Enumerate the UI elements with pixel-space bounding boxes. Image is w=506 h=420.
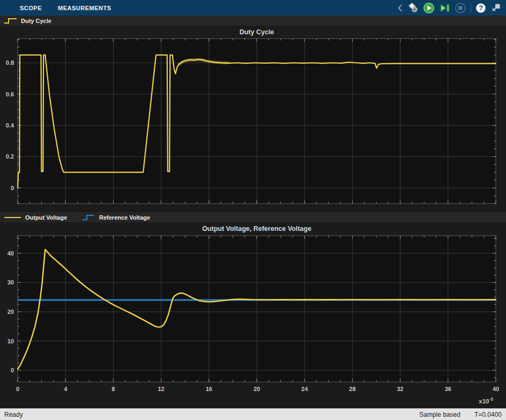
duty-cycle-chart[interactable]: 00.20.40.60.8 xyxy=(0,26,506,212)
svg-text:12: 12 xyxy=(158,386,164,392)
svg-text:0: 0 xyxy=(16,386,19,392)
svg-text:0.6: 0.6 xyxy=(6,91,14,98)
tab-scope[interactable]: SCOPE xyxy=(12,0,50,16)
svg-text:0: 0 xyxy=(11,185,14,191)
svg-text:24: 24 xyxy=(301,386,308,392)
svg-text:36: 36 xyxy=(445,386,451,392)
scope-window: SCOPE MEASUREMENTS xyxy=(0,0,506,420)
sample-mode-text: Sample based xyxy=(419,411,460,418)
legend-item-reference-voltage[interactable]: Reference Voltage xyxy=(82,214,150,221)
stop-icon xyxy=(455,2,466,14)
svg-text:20: 20 xyxy=(254,386,260,392)
svg-text:40: 40 xyxy=(493,386,499,392)
duty-cycle-step-glyph xyxy=(4,17,18,25)
status-text: Ready xyxy=(4,411,23,418)
svg-text:32: 32 xyxy=(397,386,403,392)
scope-settings-icon[interactable] xyxy=(407,2,419,13)
toolstrip: SCOPE MEASUREMENTS xyxy=(0,0,506,16)
run-icon[interactable] xyxy=(423,2,435,14)
legend-item-duty-cycle[interactable]: Duty Cycle xyxy=(4,17,51,25)
voltage-chart[interactable]: 0102030400481216202428323640 xyxy=(0,222,506,408)
svg-text:16: 16 xyxy=(206,386,212,392)
output-voltage-line-glyph xyxy=(4,214,22,221)
svg-text:?: ? xyxy=(479,4,483,12)
svg-text:28: 28 xyxy=(349,386,355,392)
legend-label: Output Voltage xyxy=(25,214,67,221)
toolbar-divider xyxy=(471,3,471,12)
svg-text:0.2: 0.2 xyxy=(6,153,14,160)
tab-measurements[interactable]: MEASUREMENTS xyxy=(50,0,120,16)
legend-label: Reference Voltage xyxy=(99,214,150,221)
legend-item-output-voltage[interactable]: Output Voltage xyxy=(4,214,67,221)
simulation-time-text: T=0.0400 xyxy=(474,411,502,418)
help-icon[interactable]: ? xyxy=(475,3,486,13)
step-forward-icon[interactable] xyxy=(439,2,450,14)
legend-strip-2: Output Voltage Reference Voltage xyxy=(0,212,506,222)
collapse-toolstrip-icon[interactable] xyxy=(397,3,403,13)
quick-access-toolbar: ? xyxy=(397,2,506,14)
legend-strip-1: Duty Cycle xyxy=(0,16,506,26)
svg-text:20: 20 xyxy=(8,309,14,315)
popout-icon[interactable] xyxy=(490,3,501,13)
legend-label: Duty Cycle xyxy=(21,18,51,24)
svg-text:4: 4 xyxy=(64,386,68,392)
x-axis-scale-label: x10-3 xyxy=(479,396,493,404)
svg-text:8: 8 xyxy=(111,386,115,392)
plot-panel-voltages: Output Voltage, Reference Voltage 010203… xyxy=(0,222,506,408)
svg-text:0: 0 xyxy=(11,367,14,373)
svg-text:10: 10 xyxy=(8,338,14,344)
status-bar: Ready Sample based T=0.0400 xyxy=(0,408,506,420)
svg-text:0.4: 0.4 xyxy=(6,122,14,129)
svg-text:30: 30 xyxy=(8,279,14,286)
svg-text:0.8: 0.8 xyxy=(6,59,14,66)
plot-panel-duty-cycle: Duty Cycle 00.20.40.60.8 xyxy=(0,26,506,212)
reference-voltage-step-glyph xyxy=(82,214,96,221)
svg-text:40: 40 xyxy=(8,250,14,257)
